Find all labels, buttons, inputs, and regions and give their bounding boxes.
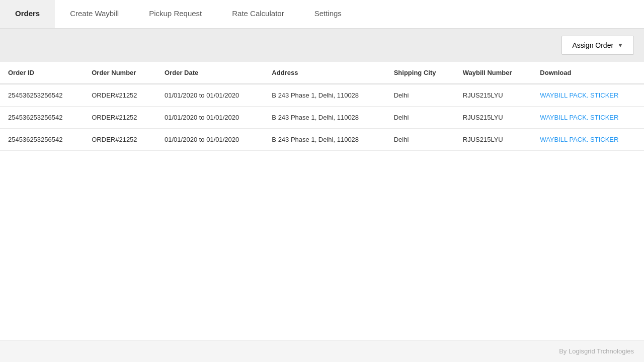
- waybill-link[interactable]: WAYBILL: [540, 136, 567, 143]
- nav-item-orders[interactable]: Orders: [0, 0, 55, 28]
- orders-table: Order IDOrder NumberOrder DateAddressShi…: [0, 62, 644, 151]
- assign-order-label: Assign Order: [572, 41, 613, 49]
- table-header: Order IDOrder NumberOrder DateAddressShi…: [0, 62, 644, 84]
- nav-item-pickup-request[interactable]: Pickup Request: [134, 0, 217, 28]
- order-id-cell: 254536253256542: [0, 84, 84, 107]
- waybill-link[interactable]: WAYBILL: [540, 92, 567, 99]
- waybill-number-cell: RJUS215LYU: [455, 129, 532, 151]
- col-header-order-date: Order Date: [156, 62, 264, 84]
- order-date-cell: 01/01/2020 to 01/01/2020: [156, 107, 264, 129]
- download-cell: WAYBILL PACK. STICKER: [532, 84, 644, 107]
- address-cell: B 243 Phase 1, Delhi, 110028: [264, 107, 385, 129]
- order-id-cell: 254536253256542: [0, 129, 84, 151]
- nav-item-rate-calculator[interactable]: Rate Calculator: [217, 0, 299, 28]
- waybill-number-cell: RJUS215LYU: [455, 107, 532, 129]
- order-date-cell: 01/01/2020 to 01/01/2020: [156, 129, 264, 151]
- order-id-cell: 254536253256542: [0, 107, 84, 129]
- pack-sticker-link[interactable]: PACK. STICKER: [569, 92, 618, 99]
- shipping-city-cell: Delhi: [386, 84, 455, 107]
- waybill-link[interactable]: WAYBILL: [540, 114, 567, 121]
- table-body: 254536253256542ORDER#2125201/01/2020 to …: [0, 84, 644, 151]
- col-header-waybill-number: Waybill Number: [455, 62, 532, 84]
- col-header-shipping-city: Shipping City: [386, 62, 455, 84]
- shipping-city-cell: Delhi: [386, 129, 455, 151]
- orders-table-container: Order IDOrder NumberOrder DateAddressShi…: [0, 62, 644, 340]
- shipping-city-cell: Delhi: [386, 107, 455, 129]
- nav-item-settings[interactable]: Settings: [299, 0, 357, 28]
- toolbar: Assign Order ▼: [0, 29, 644, 62]
- download-cell: WAYBILL PACK. STICKER: [532, 107, 644, 129]
- assign-order-button[interactable]: Assign Order ▼: [561, 36, 634, 55]
- waybill-number-cell: RJUS215LYU: [455, 84, 532, 107]
- chevron-down-icon: ▼: [617, 42, 623, 49]
- order-date-cell: 01/01/2020 to 01/01/2020: [156, 84, 264, 107]
- download-cell: WAYBILL PACK. STICKER: [532, 129, 644, 151]
- nav-item-create-waybill[interactable]: Create Waybill: [55, 0, 134, 28]
- table-row: 254536253256542ORDER#2125201/01/2020 to …: [0, 129, 644, 151]
- col-header-order-number: Order Number: [84, 62, 156, 84]
- order-number-cell: ORDER#21252: [84, 129, 156, 151]
- col-header-order-id: Order ID: [0, 62, 84, 84]
- table-row: 254536253256542ORDER#2125201/01/2020 to …: [0, 107, 644, 129]
- table-row: 254536253256542ORDER#2125201/01/2020 to …: [0, 84, 644, 107]
- address-cell: B 243 Phase 1, Delhi, 110028: [264, 129, 385, 151]
- col-header-download: Download: [532, 62, 644, 84]
- footer: By Logisgrid Trchnologies: [0, 340, 644, 362]
- main-nav: OrdersCreate WaybillPickup RequestRate C…: [0, 0, 644, 29]
- col-header-address: Address: [264, 62, 385, 84]
- footer-label: By Logisgrid Trchnologies: [559, 347, 634, 355]
- pack-sticker-link[interactable]: PACK. STICKER: [569, 136, 618, 143]
- pack-sticker-link[interactable]: PACK. STICKER: [569, 114, 618, 121]
- order-number-cell: ORDER#21252: [84, 107, 156, 129]
- order-number-cell: ORDER#21252: [84, 84, 156, 107]
- address-cell: B 243 Phase 1, Delhi, 110028: [264, 84, 385, 107]
